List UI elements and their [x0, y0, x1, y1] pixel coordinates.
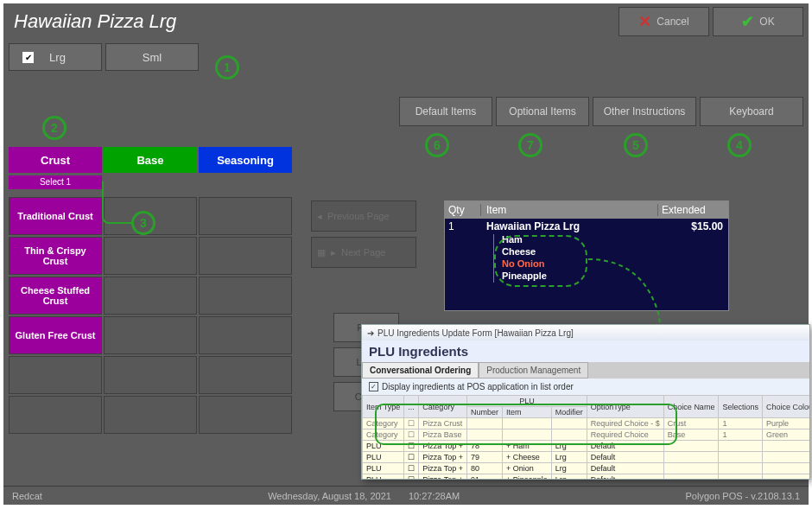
- mod-cheese: Cheese: [502, 246, 728, 258]
- grid-icon: ▦: [317, 247, 326, 258]
- size-sml-button[interactable]: Sml: [105, 43, 199, 71]
- option-empty[interactable]: [199, 356, 292, 394]
- table-cell: [503, 418, 552, 429]
- option-empty[interactable]: [199, 396, 292, 434]
- cancel-button[interactable]: ✕ Cancel: [619, 7, 709, 36]
- next-page-button[interactable]: ▦ ▸ Next Page: [311, 237, 416, 268]
- status-bar: Redcat Wednesday, August 18, 2021 10:27:…: [3, 486, 809, 505]
- th-item[interactable]: Item: [503, 407, 552, 418]
- table-cell: [762, 452, 809, 463]
- option-empty[interactable]: [104, 316, 197, 354]
- th-dots[interactable]: ...: [404, 396, 419, 418]
- th-choicename[interactable]: Choice Name: [663, 396, 719, 418]
- option-thin-crispy-crust[interactable]: Thin & Crispy Crust: [9, 237, 102, 275]
- table-cell: + Onion: [503, 463, 552, 474]
- table-cell: Purple: [762, 418, 809, 429]
- table-row[interactable]: Category☐Pizza CrustRequired Choice - $C…: [363, 418, 810, 429]
- th-plu[interactable]: PLU: [466, 396, 587, 407]
- tab-base[interactable]: Base: [104, 147, 197, 173]
- tab-keyboard[interactable]: Keyboard: [700, 97, 803, 126]
- table-cell: [719, 474, 763, 480]
- table-row[interactable]: PLU☐Pizza Top +91+ PineappleLrgDefault: [363, 474, 810, 480]
- option-gluten-free-crust[interactable]: Gluten Free Crust: [9, 316, 102, 354]
- table-cell: ☐: [404, 429, 419, 441]
- table-cell: Default: [587, 474, 663, 480]
- table-row[interactable]: PLU☐Pizza Top +78+ HamLrgDefault: [363, 441, 810, 452]
- table-cell: [663, 463, 719, 474]
- order-header: Qty Item Extended: [445, 201, 728, 219]
- th-category[interactable]: Category: [419, 396, 467, 418]
- table-cell: + Cheese: [503, 452, 552, 463]
- table-cell: Lrg: [551, 463, 587, 474]
- th-modifier[interactable]: Modifier: [551, 407, 587, 418]
- status-date: Wednesday, August 18, 2021: [268, 491, 391, 501]
- table-cell: + Ham: [503, 441, 552, 452]
- table-cell: Base: [663, 429, 719, 441]
- table-cell: [663, 474, 719, 480]
- option-empty[interactable]: [199, 316, 292, 354]
- table-cell: ☐: [404, 452, 419, 463]
- ok-button[interactable]: ✔ OK: [713, 7, 803, 36]
- col-item: Item: [481, 204, 657, 216]
- popup-table-wrapper[interactable]: Item Type ... Category PLU OptionType Ch…: [362, 395, 809, 479]
- option-empty[interactable]: [199, 197, 292, 235]
- size-lrg-button[interactable]: ✔ Lrg: [9, 43, 102, 71]
- order-modifiers: Ham Cheese No Onion Pineapple: [445, 234, 728, 283]
- option-empty[interactable]: [104, 237, 197, 275]
- marker-6: 6: [425, 133, 449, 157]
- table-cell: [762, 474, 809, 480]
- option-empty[interactable]: [9, 356, 102, 394]
- order-summary: Qty Item Extended 1 Hawaiian Pizza Lrg $…: [444, 200, 729, 311]
- status-version: Polygon POS - v.2108.13.1: [686, 491, 801, 501]
- option-cheese-stuffed-crust[interactable]: Cheese Stuffed Crust: [9, 277, 102, 315]
- popup-tab-conversational[interactable]: Conversational Ordering: [362, 362, 479, 379]
- table-row[interactable]: Category☐Pizza BaseRequired ChoiceBase1G…: [363, 429, 810, 441]
- marker-7: 7: [518, 133, 542, 157]
- tab-crust[interactable]: Crust: [9, 147, 102, 173]
- arrow-icon: ➔: [367, 328, 374, 338]
- table-cell: Pizza Crust: [419, 418, 467, 429]
- col-qty: Qty: [445, 204, 481, 216]
- tab-seasoning[interactable]: Seasoning: [199, 147, 292, 173]
- tab-optional-items[interactable]: Optional Items: [496, 97, 589, 126]
- chevron-right-icon: ▸: [331, 247, 336, 258]
- table-cell: PLU: [363, 441, 404, 452]
- order-line[interactable]: 1 Hawaiian Pizza Lrg $15.00: [445, 219, 728, 234]
- th-number[interactable]: Number: [466, 407, 502, 418]
- option-empty[interactable]: [104, 396, 197, 434]
- crust-select-label: Select 1: [9, 175, 102, 189]
- checkbox-checked-icon: ✓: [369, 382, 378, 391]
- option-empty[interactable]: [199, 237, 292, 275]
- category-tabs: Crust Base Seasoning: [9, 147, 292, 173]
- th-choicecolour[interactable]: Choice Colour: [762, 396, 809, 418]
- th-itemtype[interactable]: Item Type: [363, 396, 404, 418]
- table-cell: 1: [719, 418, 763, 429]
- header-bar: Hawaiian Pizza Lrg ✕ Cancel ✔ OK: [3, 3, 809, 40]
- table-row[interactable]: PLU☐Pizza Top +79+ CheeseLrgDefault: [363, 452, 810, 463]
- table-cell: [663, 441, 719, 452]
- mod-no-onion: No Onion: [502, 258, 728, 270]
- popup-display-checkbox[interactable]: ✓ Display ingredients at POS application…: [362, 379, 809, 395]
- tab-other-instructions[interactable]: Other Instructions: [593, 97, 696, 126]
- option-empty[interactable]: [104, 356, 197, 394]
- next-label: Next Page: [341, 247, 385, 258]
- th-optiontype[interactable]: OptionType: [587, 396, 663, 418]
- option-empty[interactable]: [199, 277, 292, 315]
- popup-tab-production[interactable]: Production Management: [479, 362, 588, 379]
- option-empty[interactable]: [104, 197, 197, 235]
- table-cell: Crust: [663, 418, 719, 429]
- table-cell: 1: [719, 429, 763, 441]
- marker-2: 2: [42, 116, 67, 140]
- table-cell: [466, 429, 502, 441]
- table-cell: PLU: [363, 452, 404, 463]
- option-empty[interactable]: [104, 277, 197, 315]
- option-traditional-crust[interactable]: Traditional Crust: [9, 197, 102, 235]
- option-empty[interactable]: [9, 396, 102, 434]
- table-cell: Default: [587, 463, 663, 474]
- table-row[interactable]: PLU☐Pizza Top +80+ OnionLrgDefault: [363, 463, 810, 474]
- popup-titlebar[interactable]: ➔ PLU Ingredients Update Form [Hawaiian …: [362, 325, 809, 340]
- previous-page-button[interactable]: ◂ Previous Page: [311, 200, 416, 232]
- th-selections[interactable]: Selections: [719, 396, 763, 418]
- tab-default-items[interactable]: Default Items: [399, 97, 492, 126]
- popup-plu-ingredients: ➔ PLU Ingredients Update Form [Hawaiian …: [361, 324, 810, 480]
